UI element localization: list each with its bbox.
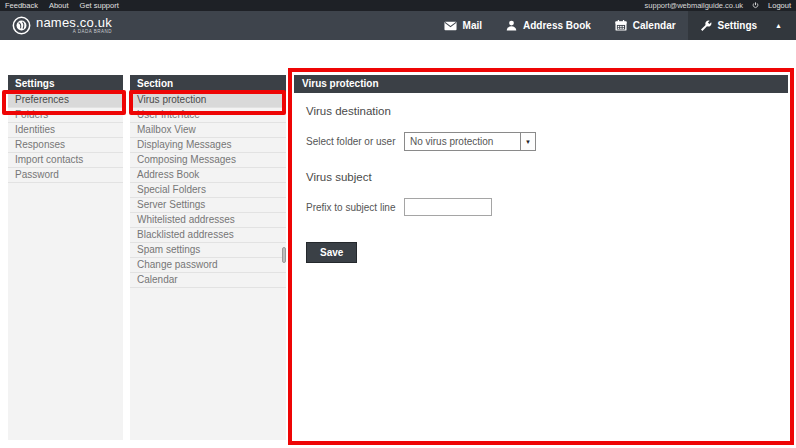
section-item-blacklisted-addresses[interactable]: Blacklisted addresses [130,228,286,243]
section-item-whitelisted-addresses[interactable]: Whitelisted addresses [130,213,286,228]
section-item-user-interface[interactable]: User Interface [130,108,286,123]
section-item-displaying-messages[interactable]: Displaying Messages [130,138,286,153]
section-item-server-settings[interactable]: Server Settings [130,198,286,213]
top-utility-bar: Feedback About Get support support@webma… [0,0,796,11]
topbar-links: Feedback About Get support [0,1,119,10]
feedback-link[interactable]: Feedback [5,1,38,10]
prefix-input[interactable] [404,198,492,216]
brand-logo[interactable]: names.co.uk A DADA BRAND [0,16,112,35]
sidebar-item-folders[interactable]: Folders [8,108,123,123]
section-item-virus-protection[interactable]: Virus protection [130,93,286,108]
section-item-spam-settings[interactable]: Spam settings [130,243,286,258]
nav-mail[interactable]: Mail [432,11,494,40]
webmail-settings-screen: Feedback About Get support support@webma… [0,0,796,448]
section-panel: Section Virus protection User Interface … [130,75,286,440]
logout-link[interactable]: Logout [768,1,791,10]
selected-option: No virus protection [405,136,520,147]
section-item-change-password[interactable]: Change password [130,258,286,273]
app-header: names.co.uk A DADA BRAND Mail Address Bo… [0,11,796,40]
about-link[interactable]: About [49,1,69,10]
virus-destination-select[interactable]: No virus protection ▼ [404,132,536,151]
chevron-up-icon[interactable]: ▲ [775,22,788,29]
select-folder-label: Select folder or user [306,136,404,147]
nav-calendar[interactable]: Calendar [603,11,688,40]
section-item-composing-messages[interactable]: Composing Messages [130,153,286,168]
virus-destination-heading: Virus destination [306,105,788,117]
panel-title: Virus protection [294,75,788,93]
wrench-icon [700,20,712,32]
settings-panel-title: Settings [8,75,123,93]
sidebar-item-password[interactable]: Password [8,168,123,183]
virus-subject-heading: Virus subject [306,171,788,183]
save-button[interactable]: Save [306,242,357,263]
section-item-special-folders[interactable]: Special Folders [130,183,286,198]
brand-name: names.co.uk [36,16,112,29]
get-support-link[interactable]: Get support [80,1,119,10]
sidebar-item-import-contacts[interactable]: Import contacts [8,153,123,168]
nav-address-book[interactable]: Address Book [494,11,603,40]
names-logo-icon [12,16,31,35]
section-item-calendar[interactable]: Calendar [130,273,286,288]
calendar-icon [615,20,627,31]
section-item-address-book[interactable]: Address Book [130,168,286,183]
sidebar-item-preferences[interactable]: Preferences [8,93,123,108]
sidebar-item-responses[interactable]: Responses [8,138,123,153]
brand-subtitle: A DADA BRAND [73,30,112,35]
mail-icon [444,21,457,31]
settings-panel: Settings Preferences Folders Identities … [8,75,123,440]
main-nav: Mail Address Book Calendar Settings ▲ [432,11,796,40]
chevron-down-icon[interactable]: ▼ [520,133,535,150]
section-scrollbar[interactable] [282,247,286,263]
sidebar-item-identities[interactable]: Identities [8,123,123,138]
user-email: support@webmailguide.co.uk [645,1,744,10]
power-icon [752,2,759,9]
virus-protection-panel: Virus protection Virus destination Selec… [288,68,794,445]
prefix-label: Prefix to subject line [306,202,404,213]
section-panel-title: Section [130,75,286,93]
address-book-icon [506,20,517,31]
nav-settings[interactable]: Settings ▲ [688,11,796,40]
section-item-mailbox-view[interactable]: Mailbox View [130,123,286,138]
